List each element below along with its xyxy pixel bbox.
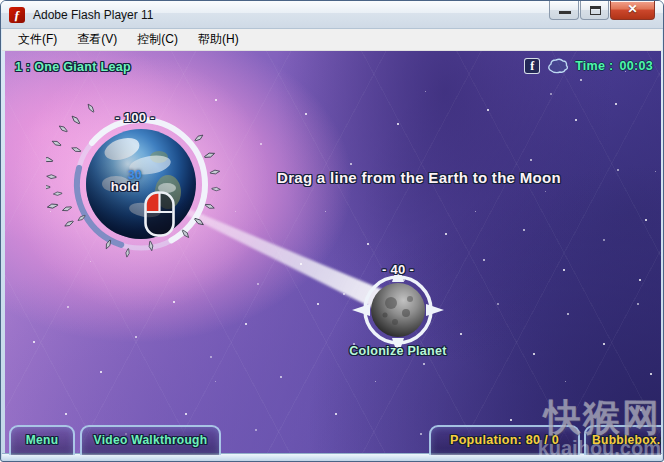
minimize-icon — [559, 11, 571, 14]
menubar: 文件(F) 查看(V) 控制(C) 帮助(H) — [2, 29, 662, 51]
maximize-icon — [590, 6, 601, 15]
mouse-hold-icon — [144, 191, 175, 237]
bubblebox-mascot-icon[interactable] — [546, 57, 569, 75]
minimize-button[interactable] — [549, 1, 579, 20]
moon-capacity-label: - 40 - — [362, 262, 434, 277]
menu-file[interactable]: 文件(F) — [8, 29, 67, 50]
time-label: Time : — [575, 59, 613, 73]
flash-player-window: ƒ Adobe Flash Player 11 ✕ 文件(F) 查看(V) 控制… — [0, 0, 664, 462]
flash-logo-icon: ƒ — [9, 7, 25, 23]
facebook-icon[interactable]: f — [524, 58, 540, 74]
menu-button[interactable]: Menu — [9, 425, 75, 455]
menu-view[interactable]: 查看(V) — [67, 29, 127, 50]
level-title: 1 : One Giant Leap — [15, 60, 131, 74]
game-stage[interactable]: 1 : One Giant Leap f Time : 00:03 - 100 … — [5, 51, 661, 455]
population-counter: Population: 80 / 0 — [429, 425, 580, 455]
starfield-dim — [5, 51, 6, 52]
menu-control[interactable]: 控制(C) — [127, 29, 188, 50]
hold-hint-label: hold — [103, 179, 147, 194]
bubblebox-link[interactable]: Bubblebox.com — [584, 425, 661, 455]
video-walkthrough-button[interactable]: Video Walkthrough — [80, 425, 221, 455]
menu-help[interactable]: 帮助(H) — [188, 29, 249, 50]
titlebar[interactable]: ƒ Adobe Flash Player 11 ✕ — [1, 1, 663, 29]
close-button[interactable]: ✕ — [610, 1, 655, 20]
maximize-button[interactable] — [580, 1, 609, 20]
window-title: Adobe Flash Player 11 — [33, 8, 154, 22]
colonize-planet-label: Colonize Planet — [336, 344, 460, 358]
tutorial-instruction: Drag a line from the Earth to the Moon — [277, 169, 561, 186]
earth-capacity-label: - 100 - — [99, 110, 171, 125]
time-value: 00:03 — [620, 59, 653, 73]
